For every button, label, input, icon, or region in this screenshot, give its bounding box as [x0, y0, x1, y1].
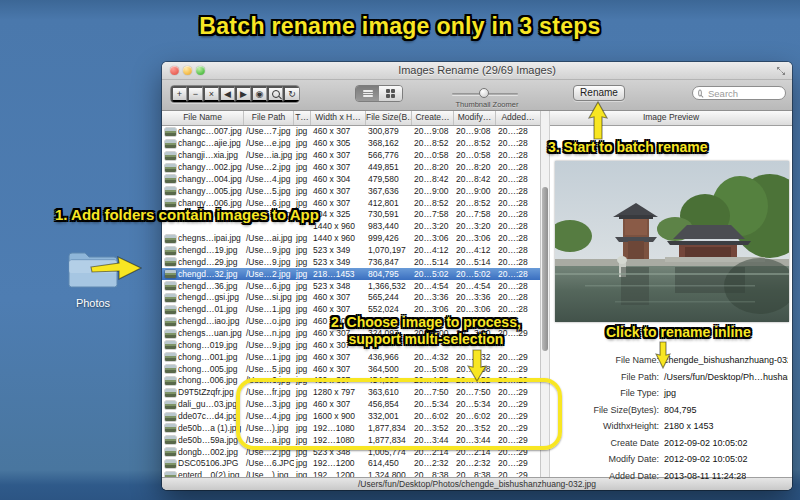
table-row[interactable]: DSC05106.JPG/Use…6.JPGjpg192…1200614,450…	[162, 458, 540, 470]
column-header[interactable]: Added…	[496, 111, 540, 125]
table-row[interactable]: changy…002.jpg/Use…2.jpgjpg460 x 307449,…	[162, 162, 540, 174]
table-row[interactable]: changc…ajie.jpg/Use…e.jpgjpg460 x 305368…	[162, 138, 540, 150]
table-row[interactable]: chengd…36.jpg/Use…6.jpgjpg523 x 3481,366…	[162, 280, 540, 292]
detail-label: Modify Date:	[550, 454, 659, 464]
cell: jpg	[294, 209, 311, 220]
table-row[interactable]: 1440 x 960983,44020…3:2020…3:2020…:28	[162, 221, 540, 233]
refresh-button[interactable]: ↻	[283, 86, 299, 102]
column-header[interactable]: T…	[294, 111, 311, 125]
back-button[interactable]: ◀	[219, 86, 235, 102]
cell: 20…7:50	[454, 387, 496, 398]
cell: 20…0:58	[412, 150, 454, 161]
search-field[interactable]	[692, 86, 786, 100]
thumbnail-zoom-slider[interactable]	[452, 90, 518, 97]
table-row[interactable]: changy…006.jpg/Use…6.jpgjpg460 x 307412,…	[162, 197, 540, 209]
cell: jpg	[294, 150, 311, 161]
column-header[interactable]: Modify…	[454, 111, 496, 125]
cell: 523 x 349	[311, 245, 366, 256]
file-thumbnail	[165, 140, 176, 148]
column-header[interactable]: Create…	[412, 111, 454, 125]
slider-knob[interactable]	[479, 88, 489, 98]
table-row[interactable]: chengd…iao.jpg/Use…o.jpgjpg460 x 307	[162, 316, 540, 328]
grid-view-button[interactable]	[379, 86, 402, 101]
table-row[interactable]: de50b…59a.jpg/Use…a.jpgjpg192…10801,877,…	[162, 434, 540, 446]
table-row[interactable]: chengd…19.jpg/Use…9.jpgjpg523 x 3491,070…	[162, 245, 540, 257]
cell: /Use…9.jpg	[244, 340, 294, 351]
forward-button[interactable]: ▶	[235, 86, 251, 102]
table-row[interactable]: chengd…01.jpg/Use…1.jpgjpg460 x 307552,0…	[162, 304, 540, 316]
file-thumbnail	[165, 282, 176, 290]
table-row[interactable]: enterd…0(2).jpg/Use…).jpgjpg192…12001,32…	[162, 470, 540, 477]
table-row[interactable]: chong…005.jpg/Use…5.jpgjpg460 x 307364,5…	[162, 363, 540, 375]
table-row[interactable]: dali_gu…03.jpg/Use…3.jpgjpg460 x 307456,…	[162, 399, 540, 411]
table-row[interactable]: chengd…gsi.jpg/Use…si.jpgjpg460 x 307565…	[162, 292, 540, 304]
cell: 566,776	[366, 150, 412, 161]
table-row[interactable]: chong…001.jpg/Use…1.jpgjpg460 x 307436,9…	[162, 351, 540, 363]
column-header[interactable]: File Size(B…	[366, 111, 412, 125]
cell: 460 x 307	[311, 126, 366, 137]
rename-button[interactable]: Rename	[573, 85, 625, 101]
file-thumbnail	[165, 424, 176, 432]
detail-value[interactable]: chengde_bishushanzhuang-032.jpg	[659, 355, 788, 365]
column-header[interactable]: Width x H…	[311, 111, 366, 125]
add-button[interactable]: +	[171, 86, 187, 102]
cell: 460 x 307	[311, 292, 366, 303]
cell: 460 x 307	[311, 198, 366, 209]
file-thumbnail	[165, 330, 176, 338]
cell: jpg	[294, 340, 311, 351]
cell: 367,636	[366, 186, 412, 197]
cell: 20…:28	[496, 245, 540, 256]
cell: 460 x 307	[311, 186, 366, 197]
table-row[interactable]: chengd…32.jpg/Use…2.jpgjpg218…1453804,79…	[162, 268, 540, 280]
cell: /Use…9.jpg	[244, 245, 294, 256]
table-row[interactable]: chegns…ipai.jpg/Use…ai.jpgjpg1440 x 9609…	[162, 233, 540, 245]
cell: jpg	[294, 447, 311, 458]
cell: 20…5:02	[412, 269, 454, 280]
column-header[interactable]: File Name	[162, 111, 244, 125]
cell: /Use…3.jpg	[244, 399, 294, 410]
cell: de50b…a (1).jpg	[162, 423, 244, 434]
search-input[interactable]	[706, 87, 780, 100]
title-bar[interactable]: Images Rename (29/69 Images)	[162, 62, 792, 80]
cell: jpg	[294, 304, 311, 315]
cell: 20…:28	[496, 174, 540, 185]
table-row[interactable]: changji…xia.jpg/Use…ia.jpgjpg460 x 30756…	[162, 150, 540, 162]
cell: dde07c…d4.jpg	[162, 411, 244, 422]
cell: 20…:29	[496, 435, 540, 446]
quicklook-button[interactable]: ◉	[251, 86, 267, 102]
fullscreen-icon[interactable]	[776, 66, 786, 76]
cell: 523 x 348	[311, 281, 366, 292]
table-row[interactable]: changy…004.jpg/Use…4.jpgjpg460 x 304479,…	[162, 173, 540, 185]
desktop-folder-photos[interactable]: Photos	[58, 248, 128, 309]
delete-button[interactable]: ×	[203, 86, 219, 102]
annotation-banner: Batch rename image only in 3 steps	[0, 13, 800, 40]
cell: dongb…002.jpg	[162, 447, 244, 458]
file-details: File Name:chengde_bishushanzhuang-032.jp…	[550, 352, 788, 484]
table-row[interactable]: dongb…002.jpg/Use…2.jpgjpg523 x 3481,005…	[162, 446, 540, 458]
table-scrollbar[interactable]	[541, 111, 550, 477]
column-header[interactable]: File Path	[244, 111, 294, 125]
table-row[interactable]: de50b…a (1).jpg/Use…).jpgjpg192…10801,87…	[162, 422, 540, 434]
table-row[interactable]: chong…019.jpg/Use…9.jpgjpg460 x 307	[162, 339, 540, 351]
cell: 20…:28	[496, 126, 540, 137]
file-thumbnail	[165, 389, 176, 397]
search-button[interactable]	[267, 86, 283, 102]
cell: 20…5:34	[454, 399, 496, 410]
table-row[interactable]: dde07c…d4.jpg/Use…4.jpgjpg1600 x 900332,…	[162, 411, 540, 423]
cell: 20…:29	[496, 423, 540, 434]
cell: enterd…0(2).jpg	[162, 470, 244, 477]
list-view-button[interactable]	[356, 86, 379, 101]
cell: changji…xia.jpg	[162, 150, 244, 161]
remove-button[interactable]: −	[187, 86, 203, 102]
table-row[interactable]: changc…007.jpg/Use…7.jpgjpg460 x 307300,…	[162, 126, 540, 138]
table-row[interactable]: chengd…29.jpg/Use…9.jpgjpg523 x 349736,8…	[162, 256, 540, 268]
table-row[interactable]: changy…005.jpg/Use…5.jpgjpg460 x 307367,…	[162, 185, 540, 197]
scrollbar-thumb[interactable]	[542, 187, 548, 351]
table-row[interactable]: chong…006.jpg/Use…6.jpgjpg460 x 307454,3…	[162, 375, 540, 387]
cell: /Use…2.jpg	[244, 447, 294, 458]
table-row[interactable]: chaoya…uan.jpg/Use…n.jpgjpg504 x 325730,…	[162, 209, 540, 221]
cell: 20…:28	[496, 162, 540, 173]
cell: /Use…5.jpg	[244, 186, 294, 197]
table-row[interactable]: D9T5tZzqfr.jpg/Use…fr.jpgjpg1280 x 79736…	[162, 387, 540, 399]
table-row[interactable]: chengs…uan.jpg/Use…n.jpgjpg460 x 307324,…	[162, 328, 540, 340]
